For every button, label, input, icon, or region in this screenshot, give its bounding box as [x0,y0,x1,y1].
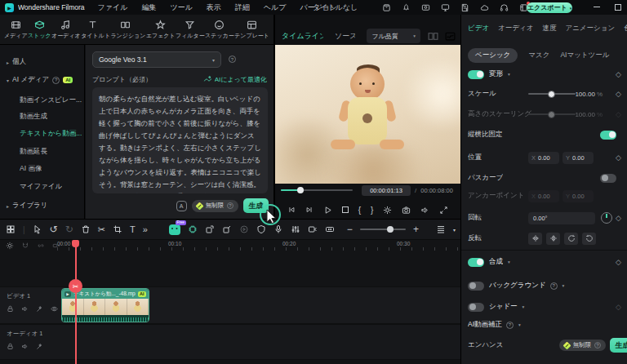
link-clips-icon[interactable] [37,242,45,250]
height-scale-slider[interactable] [528,113,576,115]
play-icon[interactable] [323,206,332,215]
transform-toggle[interactable] [468,70,484,79]
split-scissors-icon[interactable]: ✂ [98,224,105,235]
sidebar-item-video-generation[interactable]: 動画生成 [20,110,82,123]
tab-video[interactable]: ビデオ [468,24,489,33]
mask-shield-icon[interactable] [256,224,266,234]
timeline-tracks[interactable]: ビデオ 1 オーディオ 1 ▶ テキストか [0,251,461,364]
snapshot-icon[interactable] [402,206,411,215]
keyframe-diamond-icon[interactable]: ◇ [616,214,621,222]
scale-value[interactable]: 100.00% [575,91,603,98]
keyframe-icon[interactable] [205,224,215,234]
slider-handle[interactable] [548,111,555,118]
chevron-down-icon[interactable]: ▾ [508,260,510,264]
hide-track-icon[interactable] [51,305,58,313]
chevron-down-icon[interactable]: ▾ [453,227,456,233]
mute-icon[interactable] [21,343,29,350]
help-icon[interactable]: ? [227,202,233,209]
ribbon-tab-filters[interactable]: フィルター [176,20,205,40]
subtab-basic[interactable]: ベーシック [468,48,518,63]
background-toggle[interactable] [468,282,484,291]
enhance-generate-button[interactable]: 生成 [610,338,627,353]
sidebar-item-video-extension[interactable]: 動画延長 [20,145,82,158]
headset-icon[interactable] [500,3,509,12]
model-select[interactable]: Google Veo 3.1 ▾ [92,51,221,68]
menu-help[interactable]: ヘルプ [264,2,287,13]
window-maximize-button[interactable] [615,4,621,11]
save-icon[interactable] [460,3,469,12]
subtab-ai-matte[interactable]: AIマットツール [560,51,609,60]
ai-settings-icon[interactable]: A [176,201,187,211]
fullscreen-icon[interactable] [439,206,448,215]
cloud-icon[interactable] [480,3,489,12]
tab-source[interactable]: ソース [335,31,355,42]
speed-icon[interactable] [308,224,318,234]
more-tools-icon[interactable]: » [143,224,148,234]
timeline-ruler[interactable]: 00:00 00:10 00:20 00:30 [0,240,461,251]
tab-animation[interactable]: アニメーション [565,24,615,33]
seek-handle[interactable] [297,187,304,193]
quality-select[interactable]: フル品質 ▾ [367,29,420,43]
ribbon-tab-effects[interactable]: エフェクト [146,20,176,40]
preview-settings-icon[interactable] [383,206,392,215]
zoom-in-icon[interactable]: + [413,224,419,235]
tab-timeline[interactable]: タイムライン [282,31,323,42]
shadow-toggle[interactable] [468,303,484,312]
tab-color[interactable]: 色 [624,24,627,33]
display-icon[interactable] [441,3,450,12]
text-tool-icon[interactable]: T [130,224,136,234]
slider-handle[interactable] [548,91,555,98]
rotate-ccw-button[interactable] [582,233,596,245]
help-icon[interactable]: ? [594,342,601,348]
help-icon[interactable]: ? [506,322,514,329]
menu-view[interactable]: 表示 [207,2,221,13]
marker-icon[interactable] [222,224,232,234]
menu-file[interactable]: ファイル [98,2,128,13]
scale-slider[interactable] [528,93,576,95]
ribbon-tab-templates[interactable]: テンプレート [234,20,269,40]
audio-track[interactable]: オーディオ 1 [0,324,461,360]
help-icon[interactable]: ? [550,282,558,290]
unlimited-badge[interactable]: 無制限 ? [192,200,239,212]
voiceover-mic-icon[interactable] [273,224,283,234]
sidebar-group-personal[interactable]: ▸個人 [7,55,82,69]
menu-advanced[interactable]: 詳細 [235,2,250,13]
export-button[interactable]: エクスポート ▾ [527,2,572,13]
ribbon-tab-titles[interactable]: タイトル [81,20,104,40]
rocket-icon[interactable] [402,3,411,12]
lock-icon[interactable] [7,343,14,350]
redo-icon[interactable]: ↻ [65,224,73,235]
mark-out-icon[interactable]: } [371,206,373,215]
playhead-split-button[interactable]: ✂ [69,279,82,293]
menu-tools[interactable]: ツール [170,2,192,13]
media-bin-icon[interactable] [382,3,391,12]
mark-in-icon[interactable]: { [358,206,361,215]
video-preview[interactable] [275,45,460,184]
ai-optimize-button[interactable]: AIによって最適化 [203,75,267,84]
chevron-down-icon[interactable]: ▾ [518,322,521,327]
sidebar-item-video-inspiration[interactable]: 動画インスピレー... [20,94,82,107]
timeline-zoom-slider[interactable] [360,229,406,230]
select-tool-icon[interactable] [33,224,42,234]
chevron-down-icon[interactable]: ▾ [563,283,565,288]
position-x-input[interactable]: X0.00 [528,152,559,164]
position-y-input[interactable]: Y0.00 [563,152,594,164]
path-curve-toggle[interactable] [600,174,616,183]
subtab-mask[interactable]: マスク [528,51,549,60]
fit-timeline-icon[interactable] [325,224,335,234]
lock-icon[interactable] [7,305,14,313]
keyframe-diamond-icon[interactable]: ◇ [616,90,621,98]
flip-vertical-button[interactable] [546,233,560,245]
track-effects-icon[interactable] [36,305,43,313]
previous-frame-icon[interactable] [287,206,296,214]
prompt-textarea[interactable]: 朝の柔らかな自然光が差し込む寝室。白いベッドの上で日本人の赤ちゃんがカメラ正面を… [92,87,268,193]
chevron-down-icon[interactable]: ▾ [508,72,510,77]
unlimited-badge[interactable]: 無制限 ? [559,340,607,351]
rotate-input[interactable]: 0.00° [528,212,595,224]
ribbon-tab-transitions[interactable]: トランジション [104,20,145,40]
help-icon[interactable]: ? [52,77,60,84]
timeline-settings-icon[interactable] [6,242,14,250]
flip-horizontal-button[interactable] [528,233,542,245]
ribbon-tab-media[interactable]: メディア [4,20,28,40]
next-frame-icon[interactable] [305,206,314,214]
